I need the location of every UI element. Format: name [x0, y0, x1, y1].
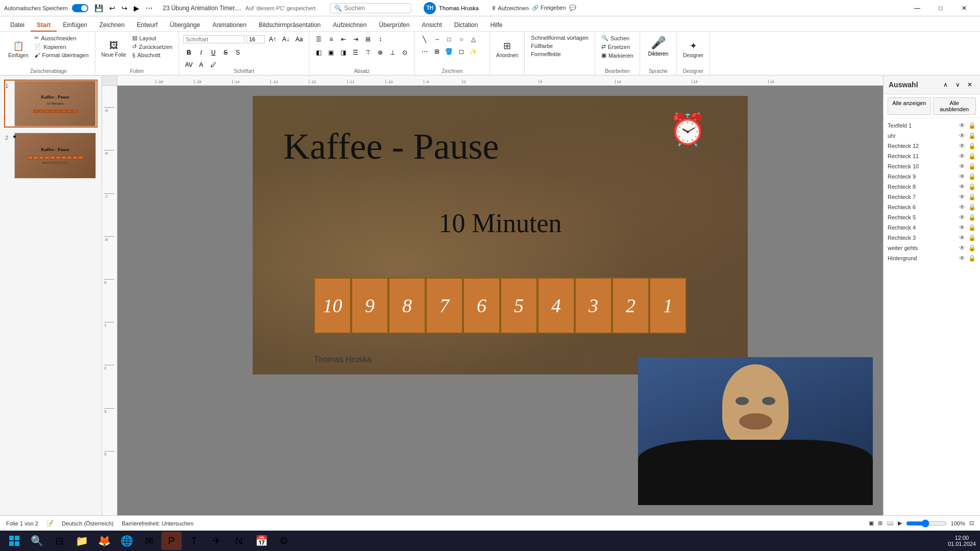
- increase-indent-button[interactable]: ⇥: [350, 34, 361, 45]
- smartart-button[interactable]: ⊙: [399, 47, 410, 58]
- schnellformat-button[interactable]: Schnellformat vorlagen: [529, 34, 591, 42]
- shape-arrow-icon[interactable]: →: [431, 34, 443, 45]
- layer-textfeld1[interactable]: Textfeld 1 👁 🔒: [884, 120, 980, 131]
- tab-aufzeichnen[interactable]: Aufzeichnen: [327, 19, 373, 32]
- italic-button[interactable]: I: [195, 47, 207, 58]
- paste-button[interactable]: 📋 Einfügen: [6, 34, 30, 64]
- view-reading-icon[interactable]: 📖: [887, 520, 894, 527]
- cut-button[interactable]: ✂ Ausschneiden: [32, 34, 90, 42]
- layer-visibility-icon[interactable]: 👁: [959, 132, 965, 139]
- designer-button[interactable]: ✦ Designer: [681, 34, 705, 64]
- layer-visibility-icon[interactable]: 👁: [959, 183, 965, 190]
- panel-down-button[interactable]: ∨: [952, 80, 963, 90]
- layer-lock-icon[interactable]: 🔒: [968, 142, 976, 149]
- format-button[interactable]: 🖌 Format übertragen: [32, 51, 90, 59]
- bold-button[interactable]: B: [183, 47, 194, 58]
- layer-lock-icon[interactable]: 🔒: [968, 193, 976, 201]
- show-all-button[interactable]: Alle anzeigen: [888, 97, 931, 115]
- layer-lock-icon[interactable]: 🔒: [968, 122, 976, 129]
- teams-button[interactable]: T: [184, 532, 204, 550]
- layer-lock-icon[interactable]: 🔒: [968, 153, 976, 160]
- tab-ansicht[interactable]: Ansicht: [415, 19, 448, 32]
- tab-datei[interactable]: Datei: [4, 19, 31, 32]
- layer-visibility-icon[interactable]: 👁: [959, 224, 965, 231]
- shape-line-icon[interactable]: ╲: [419, 34, 430, 45]
- search-input[interactable]: [344, 5, 405, 12]
- align-justify-button[interactable]: ☰: [350, 47, 361, 58]
- tab-hilfe[interactable]: Hilfe: [484, 19, 508, 32]
- slide-thumb-1[interactable]: 1 Kaffee - Pause 10 Minuten: [4, 80, 97, 128]
- layer-lock-icon[interactable]: 🔒: [968, 234, 976, 241]
- telegram-button[interactable]: ✈: [206, 532, 227, 550]
- layer-rechteck5[interactable]: Rechteck 5 👁 🔒: [884, 212, 980, 222]
- reset-button[interactable]: ↺ Zurücksetzen: [130, 42, 175, 51]
- layer-lock-icon[interactable]: 🔒: [968, 244, 976, 252]
- tab-einfuegen[interactable]: Einfügen: [57, 19, 93, 32]
- view-slide-sorter-icon[interactable]: ⊞: [878, 520, 883, 527]
- tab-dictation[interactable]: Dictation: [448, 19, 484, 32]
- redo-icon[interactable]: ↪: [119, 3, 130, 13]
- layer-visibility-icon[interactable]: 👁: [959, 122, 965, 129]
- zoom-slider[interactable]: [906, 519, 947, 528]
- strikethrough-button[interactable]: S: [220, 47, 231, 58]
- layer-rechteck11[interactable]: Rechteck 11 👁 🔒: [884, 151, 980, 161]
- underline-button[interactable]: U: [208, 47, 219, 58]
- layer-lock-icon[interactable]: 🔒: [968, 224, 976, 231]
- minimize-button[interactable]: —: [905, 0, 929, 16]
- layer-visibility-icon[interactable]: 👁: [959, 214, 965, 221]
- fuellfarbe-button[interactable]: Füllfarbe: [529, 42, 591, 50]
- view-normal-icon[interactable]: ▣: [869, 520, 874, 527]
- tab-animationen[interactable]: Animationen: [206, 19, 253, 32]
- layer-visibility-icon[interactable]: 👁: [959, 142, 965, 149]
- onenote-button[interactable]: N: [229, 532, 249, 550]
- layer-rechteck8[interactable]: Rechteck 8 👁 🔒: [884, 182, 980, 192]
- start-button[interactable]: [4, 532, 24, 550]
- align-right-button[interactable]: ◨: [338, 47, 349, 58]
- view-presentation-icon[interactable]: ▶: [898, 520, 902, 527]
- layer-rechteck12[interactable]: Rechteck 12 👁 🔒: [884, 141, 980, 151]
- main-slide[interactable]: ⏰ Kaffee - Pause 10 Minuten 10 9 8 7 6 5…: [253, 96, 748, 374]
- notes-icon[interactable]: 📝: [46, 520, 54, 527]
- canvas-area[interactable]: ⏰ Kaffee - Pause 10 Minuten 10 9 8 7 6 5…: [117, 86, 883, 515]
- autosave-toggle[interactable]: [72, 4, 88, 12]
- layer-lock-icon[interactable]: 🔒: [968, 132, 976, 139]
- search-taskbar-button[interactable]: 🔍: [27, 532, 47, 550]
- align-middle-button[interactable]: ⊕: [375, 47, 386, 58]
- layer-visibility-icon[interactable]: 👁: [959, 163, 965, 170]
- align-bottom-button[interactable]: ⊥: [387, 47, 398, 58]
- slide-thumb-2[interactable]: 2 Kaffee - Pause: [4, 132, 97, 180]
- formeffekte-button[interactable]: Formeffekte: [529, 50, 591, 58]
- shape-oval-icon[interactable]: ○: [456, 34, 467, 45]
- tab-zeichnen[interactable]: Zeichnen: [93, 19, 131, 32]
- layer-rechteck6[interactable]: Rechteck 6 👁 🔒: [884, 202, 980, 212]
- layer-rechteck7[interactable]: Rechteck 7 👁 🔒: [884, 192, 980, 202]
- tab-entwurf[interactable]: Entwurf: [131, 19, 164, 32]
- layer-rechteck9[interactable]: Rechteck 9 👁 🔒: [884, 171, 980, 182]
- search-box[interactable]: 🔍: [330, 3, 411, 13]
- more-icon[interactable]: ⋯: [143, 3, 155, 13]
- freigeben-btn[interactable]: 🔗 Freigeben: [532, 5, 566, 11]
- effects-button[interactable]: ✨: [468, 46, 479, 57]
- settings-button[interactable]: ⚙: [274, 532, 294, 550]
- anordnen-button[interactable]: ⊞ Anordnen: [494, 34, 520, 64]
- font-shrink-icon[interactable]: A↓: [280, 34, 291, 45]
- layer-visibility-icon[interactable]: 👁: [959, 234, 965, 241]
- powerpoint-button[interactable]: P: [161, 532, 182, 550]
- copy-button[interactable]: 📄 Kopieren: [32, 42, 90, 51]
- layer-visibility-icon[interactable]: 👁: [959, 204, 965, 211]
- tab-bildschirm[interactable]: Bildschirmpräsentation: [253, 19, 327, 32]
- fit-window-icon[interactable]: ⊡: [969, 520, 974, 527]
- font-size-input[interactable]: [247, 35, 265, 43]
- outline-button[interactable]: ◻: [456, 46, 467, 57]
- markieren-button[interactable]: ▣ Markieren: [599, 51, 635, 60]
- slide-preview-2[interactable]: Kaffee - Pause 1098765432: [14, 133, 96, 179]
- aufzeichnen-btn[interactable]: 🎙 Aufzeichnen: [491, 5, 529, 11]
- ersetzen-button[interactable]: ⇄ Ersetzen: [599, 42, 635, 51]
- layer-visibility-icon[interactable]: 👁: [959, 255, 965, 262]
- align-top-button[interactable]: ⊤: [362, 47, 374, 58]
- section-button[interactable]: § Abschnitt: [130, 51, 175, 59]
- layer-rechteck10[interactable]: Rechteck 10 👁 🔒: [884, 161, 980, 171]
- comments-icon[interactable]: 💬: [569, 5, 576, 11]
- arrange-button[interactable]: ⊞: [431, 46, 443, 57]
- layer-lock-icon[interactable]: 🔒: [968, 255, 976, 262]
